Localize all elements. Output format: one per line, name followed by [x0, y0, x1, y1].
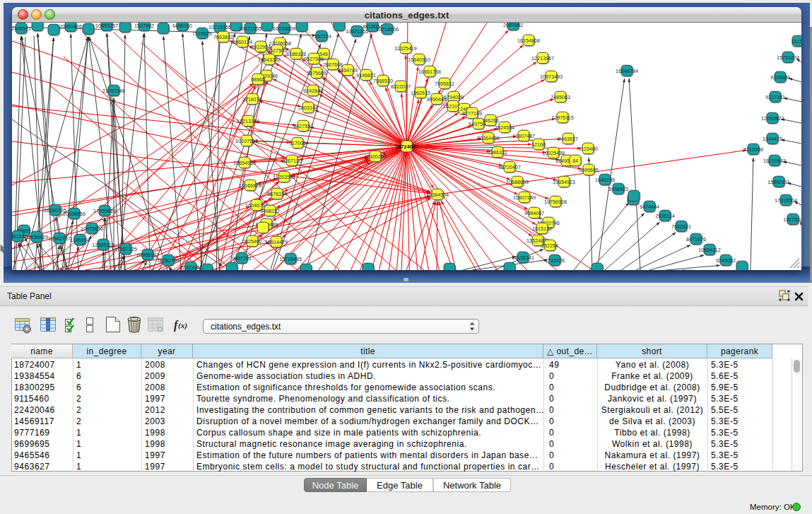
svg-text:10719155: 10719155: [208, 24, 231, 30]
svg-text:9857791: 9857791: [232, 255, 252, 262]
svg-text:1733426: 1733426: [545, 257, 565, 264]
svg-text:10671355: 10671355: [239, 25, 261, 32]
svg-text:9084067: 9084067: [524, 210, 544, 216]
svg-text:7955812: 7955812: [435, 81, 454, 87]
svg-text:252254: 252254: [541, 243, 558, 249]
svg-text:2803144: 2803144: [298, 105, 318, 111]
svg-text:1527602: 1527602: [134, 23, 154, 29]
svg-text:7625402: 7625402: [242, 238, 262, 245]
svg-text:8878334: 8878334: [267, 191, 287, 197]
svg-text:9527505: 9527505: [267, 47, 287, 54]
svg-text:12093822: 12093822: [761, 115, 784, 122]
svg-text:1244415: 1244415: [763, 136, 782, 142]
svg-text:15807249: 15807249: [513, 194, 536, 201]
svg-text:12213967: 12213967: [531, 55, 554, 62]
svg-text:8186328: 8186328: [286, 51, 306, 57]
svg-text:917006: 917006: [289, 140, 306, 146]
svg-text:1640195: 1640195: [595, 177, 615, 183]
svg-text:8215958: 8215958: [743, 146, 763, 153]
svg-text:9227341: 9227341: [765, 94, 785, 100]
svg-text:1362615: 1362615: [411, 90, 430, 96]
svg-text:17359928: 17359928: [93, 208, 116, 214]
svg-text:2405571: 2405571: [12, 25, 31, 32]
svg-text:62160: 62160: [531, 141, 546, 148]
svg-text:8267130: 8267130: [282, 158, 302, 164]
svg-text:11353594: 11353594: [273, 174, 295, 180]
svg-text:17016504: 17016504: [775, 197, 797, 204]
svg-text:12923446: 12923446: [180, 264, 202, 271]
svg-text:15640910: 15640910: [408, 57, 430, 63]
svg-text:10807487: 10807487: [512, 133, 535, 139]
svg-text:16154808: 16154808: [517, 37, 540, 44]
svg-text:9699695: 9699695: [579, 167, 599, 173]
svg-text:15692911: 15692911: [767, 179, 789, 185]
svg-text:8322037: 8322037: [391, 83, 411, 90]
svg-text:39154: 39154: [12, 233, 25, 240]
svg-text:18300295: 18300295: [364, 153, 387, 160]
svg-text:19756928: 19756928: [544, 199, 567, 205]
svg-text:12942737: 12942737: [48, 235, 71, 242]
svg-text:84: 84: [572, 158, 578, 164]
svg-text:9115460: 9115460: [578, 146, 597, 152]
svg-text:98965: 98965: [251, 76, 265, 83]
svg-text:7632621: 7632621: [671, 223, 691, 230]
svg-text:12156829: 12156829: [25, 234, 48, 240]
svg-text:9474444: 9474444: [640, 204, 659, 210]
svg-text:9498222: 9498222: [260, 208, 280, 214]
svg-text:9242848: 9242848: [303, 88, 323, 94]
svg-text:20691406: 20691406: [59, 23, 82, 30]
svg-text:26160105: 26160105: [44, 207, 66, 214]
svg-text:10654112: 10654112: [698, 247, 720, 253]
svg-text:16648784: 16648784: [616, 68, 638, 74]
svg-text:746266: 746266: [482, 117, 499, 124]
svg-text:3824554: 3824554: [495, 124, 514, 131]
svg-text:10654933: 10654933: [233, 160, 256, 166]
svg-text:19654923: 19654923: [553, 179, 575, 185]
svg-text:7663822: 7663822: [213, 34, 233, 40]
svg-text:2718176: 2718176: [242, 96, 262, 103]
svg-text:17957225: 17957225: [114, 246, 137, 252]
svg-text:2087682: 2087682: [503, 23, 523, 28]
svg-text:21053346: 21053346: [102, 88, 125, 94]
svg-text:16033809: 16033809: [273, 25, 295, 32]
svg-text:9245052: 9245052: [716, 257, 736, 264]
svg-text:15716485: 15716485: [279, 256, 302, 262]
svg-text:16210643: 16210643: [763, 158, 786, 164]
svg-text:(x): (x): [178, 321, 187, 330]
svg-text:7986322: 7986322: [488, 149, 507, 156]
svg-text:16543382: 16543382: [258, 57, 281, 63]
svg-text:6794028: 6794028: [444, 94, 464, 100]
svg-text:7588520: 7588520: [373, 78, 393, 84]
svg-text:16914479: 16914479: [265, 239, 288, 245]
svg-text:15751074: 15751074: [777, 54, 799, 61]
svg-text:14136141: 14136141: [512, 255, 534, 261]
svg-text:9329966: 9329966: [770, 74, 790, 81]
svg-text:10973493: 10973493: [540, 74, 563, 80]
svg-text:19166829: 19166829: [239, 182, 261, 189]
svg-text:15720407: 15720407: [498, 164, 521, 170]
svg-text:5938923: 5938923: [608, 186, 628, 192]
svg-text:10025438: 10025438: [542, 150, 565, 156]
svg-text:16961758: 16961758: [418, 69, 441, 75]
svg-text:10688609: 10688609: [506, 179, 529, 185]
svg-text:12505115: 12505115: [92, 242, 114, 248]
svg-text:7857224: 7857224: [312, 33, 331, 40]
svg-text:18724007: 18724007: [395, 144, 418, 150]
svg-text:11325419: 11325419: [394, 45, 416, 52]
svg-text:9463627: 9463627: [558, 136, 578, 142]
svg-text:10975856: 10975856: [81, 226, 103, 232]
svg-text:8454749: 8454749: [338, 67, 358, 74]
svg-text:6466160: 6466160: [172, 23, 192, 29]
svg-text:7485063: 7485063: [551, 94, 570, 100]
svg-text:19218506: 19218506: [376, 26, 399, 33]
svg-text:19384554: 19384554: [426, 192, 449, 198]
svg-text:3875685: 3875685: [307, 70, 326, 76]
svg-text:1615132: 1615132: [532, 226, 552, 232]
svg-text:16782759: 16782759: [157, 257, 180, 264]
svg-text:10853257: 10853257: [95, 23, 118, 29]
svg-text:12975115: 12975115: [551, 115, 573, 121]
svg-text:9777169: 9777169: [462, 110, 482, 117]
svg-text:1167534: 1167534: [783, 216, 801, 223]
svg-text:12213389: 12213389: [237, 118, 259, 124]
svg-text:2935114: 2935114: [655, 213, 674, 219]
